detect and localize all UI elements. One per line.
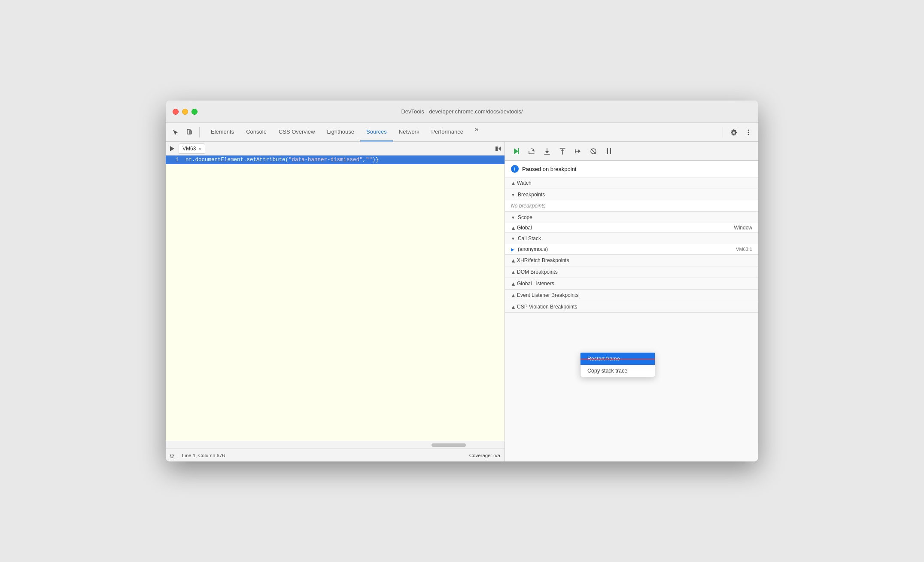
window-title: DevTools - developer.chrome.com/docs/dev…: [401, 108, 523, 115]
debugger-toolbar: [505, 142, 758, 161]
step-out-btn[interactable]: [556, 145, 568, 157]
deactivate-breakpoints-btn[interactable]: [587, 145, 599, 157]
dom-breakpoints-triangle: ▶: [511, 270, 515, 274]
event-listener-header[interactable]: ▶ Event Listener Breakpoints: [505, 290, 758, 301]
svg-marker-17: [561, 149, 564, 151]
resume-btn[interactable]: [510, 145, 522, 157]
more-tabs-button[interactable]: »: [470, 123, 483, 136]
topbar-right: [720, 126, 755, 139]
file-tab-name: VM63: [182, 146, 196, 152]
svg-marker-5: [170, 146, 174, 151]
call-stack-item-label: (anonymous): [518, 246, 548, 252]
call-stack-item-location: VM63:1: [736, 247, 752, 252]
scope-header[interactable]: ▼ Scope: [505, 212, 758, 223]
file-tab-close[interactable]: ×: [198, 146, 201, 151]
call-stack-item-anonymous[interactable]: ▶ (anonymous) VM63:1: [505, 244, 758, 254]
devtools-topbar: Elements Console CSS Overview Lighthouse…: [166, 123, 758, 142]
pause-exception-btn[interactable]: [603, 145, 615, 157]
scope-global-item[interactable]: ▶ Global Window: [505, 223, 758, 232]
device-icon-btn[interactable]: [183, 126, 196, 139]
breakpoint-notice: i Paused on breakpoint: [505, 161, 758, 177]
xhr-fetch-label: XHR/fetch Breakpoints: [517, 257, 569, 263]
close-traffic-light[interactable]: [173, 109, 179, 115]
editor-area[interactable]: [166, 164, 505, 441]
csp-violation-header[interactable]: ▶ CSP Violation Breakpoints: [505, 301, 758, 312]
global-listeners-label: Global Listeners: [517, 281, 554, 287]
tab-css-overview[interactable]: CSS Overview: [273, 123, 321, 141]
topbar-separator: [199, 127, 200, 137]
svg-rect-0: [187, 129, 190, 134]
debugger-panel: i Paused on breakpoint ▶ Watch ▼ Breakpo…: [505, 142, 758, 461]
watch-triangle: ▶: [511, 181, 515, 185]
coverage-info: Coverage: n/a: [469, 453, 500, 458]
svg-rect-6: [495, 147, 498, 151]
horizontal-scrollbar[interactable]: [166, 441, 505, 449]
svg-point-2: [748, 129, 749, 131]
devtools-main: VM63 × 1 nt.documentEleme: [166, 142, 758, 461]
call-stack-section: ▼ Call Stack ▶ (anonymous) VM63:1 Restar…: [505, 233, 758, 255]
scope-label: Scope: [518, 214, 532, 220]
event-listener-triangle: ▶: [511, 293, 515, 297]
breakpoints-header[interactable]: ▼ Breakpoints: [505, 189, 758, 200]
svg-rect-9: [518, 148, 519, 154]
svg-marker-14: [545, 151, 549, 153]
title-bar: DevTools - developer.chrome.com/docs/dev…: [166, 101, 758, 123]
svg-marker-20: [578, 150, 581, 153]
breakpoints-triangle: ▼: [511, 192, 515, 197]
tab-sources[interactable]: Sources: [360, 123, 393, 141]
topbar-separator-right: [723, 127, 723, 137]
tab-performance[interactable]: Performance: [425, 123, 469, 141]
event-listener-label: Event Listener Breakpoints: [517, 292, 578, 298]
watch-label: Watch: [517, 180, 532, 186]
file-tab-vm63[interactable]: VM63 ×: [179, 144, 205, 154]
step-over-btn[interactable]: [526, 145, 538, 157]
svg-marker-7: [498, 147, 501, 151]
tab-nav: Elements Console CSS Overview Lighthouse…: [205, 123, 483, 141]
devtools-window: DevTools - developer.chrome.com/docs/dev…: [166, 101, 758, 461]
context-menu-copy-stack-trace[interactable]: Copy stack trace: [581, 365, 655, 377]
watch-header[interactable]: ▶ Watch: [505, 177, 758, 189]
status-bar: {} | Line 1, Column 676 Coverage: n/a: [166, 449, 505, 461]
csp-violation-triangle: ▶: [511, 305, 515, 308]
scope-section: ▼ Scope ▶ Global Window: [505, 212, 758, 233]
code-content-1: nt.documentElement.setAttribute("data-ba…: [183, 157, 379, 163]
call-stack-header[interactable]: ▼ Call Stack: [505, 233, 758, 244]
breakpoint-notice-text: Paused on breakpoint: [522, 166, 576, 172]
customize-icon-btn[interactable]: [742, 126, 755, 139]
svg-point-4: [748, 134, 749, 135]
svg-rect-25: [610, 148, 611, 154]
pretty-print-btn[interactable]: {}: [170, 453, 174, 458]
breakpoints-label: Breakpoints: [518, 192, 545, 198]
navigate-history-btn[interactable]: [493, 144, 503, 153]
dom-breakpoints-label: DOM Breakpoints: [517, 269, 558, 275]
tab-lighthouse[interactable]: Lighthouse: [321, 123, 360, 141]
tab-elements[interactable]: Elements: [205, 123, 240, 141]
scope-global-label: Global: [517, 225, 532, 231]
context-menu: Restart frame Copy stack trace: [580, 352, 655, 377]
breakpoints-empty: No breakpoints: [505, 200, 758, 211]
context-menu-restart-frame[interactable]: Restart frame: [581, 353, 655, 365]
sources-play-icon[interactable]: [167, 144, 177, 153]
line-number-1: 1: [166, 157, 183, 163]
settings-icon-btn[interactable]: [727, 126, 740, 139]
csp-violation-section: ▶ CSP Violation Breakpoints: [505, 301, 758, 313]
breakpoints-section: ▼ Breakpoints No breakpoints: [505, 189, 758, 212]
dom-breakpoints-header[interactable]: ▶ DOM Breakpoints: [505, 266, 758, 278]
global-listeners-header[interactable]: ▶ Global Listeners: [505, 278, 758, 289]
cursor-icon-btn[interactable]: [169, 126, 182, 139]
sources-tab-bar: VM63 ×: [166, 142, 505, 156]
scrollbar-thumb[interactable]: [432, 443, 466, 447]
step-into-btn[interactable]: [541, 145, 553, 157]
tab-console[interactable]: Console: [240, 123, 273, 141]
scope-global-triangle: ▶: [511, 226, 515, 229]
csp-violation-label: CSP Violation Breakpoints: [517, 304, 577, 310]
fullscreen-traffic-light[interactable]: [191, 109, 198, 115]
step-btn[interactable]: [572, 145, 584, 157]
svg-point-3: [748, 131, 749, 133]
minimize-traffic-light[interactable]: [182, 109, 188, 115]
code-editor[interactable]: 1 nt.documentElement.setAttribute("data-…: [166, 156, 505, 441]
call-stack-label: Call Stack: [518, 235, 541, 241]
tab-network[interactable]: Network: [393, 123, 426, 141]
event-listener-section: ▶ Event Listener Breakpoints: [505, 290, 758, 301]
xhr-fetch-header[interactable]: ▶ XHR/fetch Breakpoints: [505, 255, 758, 266]
